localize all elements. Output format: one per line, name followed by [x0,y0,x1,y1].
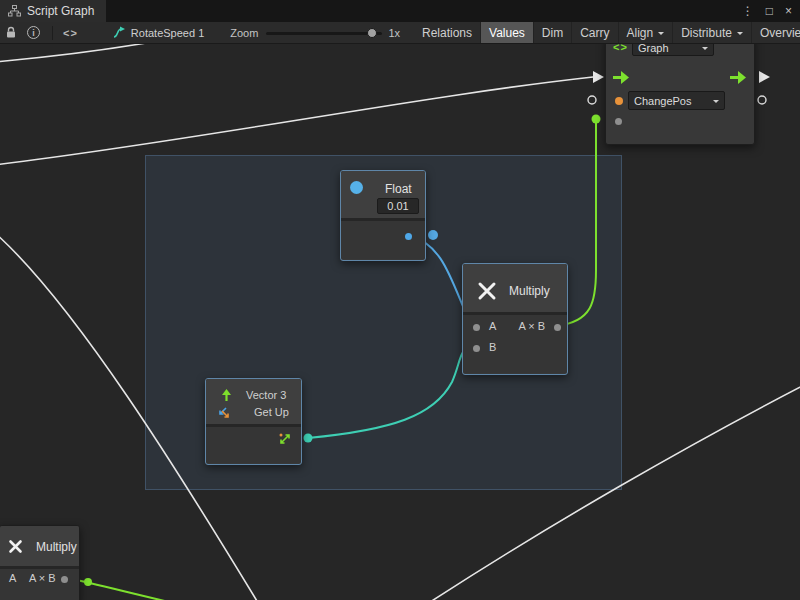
input-b-label: B [489,341,496,353]
toolbar-separator [52,26,53,40]
output-port-icon[interactable] [61,576,68,583]
zoom-slider[interactable] [266,26,382,40]
node-set-variable[interactable]: <> Graph ChangePos [605,44,755,145]
output-port-icon[interactable] [554,324,561,331]
zoom-value: 1x [388,27,400,39]
graph-breadcrumb-icon [112,26,126,39]
node-title: Multiply [36,540,77,554]
wire-white[interactable] [424,384,800,600]
breadcrumb[interactable]: RotateSpeed 1 [112,26,204,39]
node-title: Float [385,182,412,196]
kebab-menu-icon[interactable]: ⋮ [742,4,754,18]
vector-output-port-icon[interactable] [278,432,292,446]
zoom-slider-knob[interactable] [367,28,377,38]
carry-button[interactable]: Carry [571,22,617,43]
caret-down-icon [713,100,719,106]
relations-button[interactable]: Relations [414,22,480,43]
float-output-port-icon[interactable] [405,233,412,240]
wire-droplet [84,578,92,586]
flow-port-in-icon[interactable] [613,71,630,84]
wire-white[interactable] [0,44,152,62]
graph-canvas[interactable]: <> Graph ChangePos Float 0.01 [0,44,800,600]
toolbar-buttons: Relations Values Dim Carry Align Distrib… [414,22,800,43]
overview-button[interactable]: Overview [751,22,800,43]
node-title: Multiply [509,284,550,298]
maximize-icon[interactable]: □ [766,4,773,18]
dim-button[interactable]: Dim [533,22,571,43]
float-value-field[interactable]: 0.01 [377,198,419,214]
input-port-icon[interactable] [615,118,622,125]
input-b-port-icon[interactable] [473,345,480,352]
multiply-icon [8,539,23,554]
input-a-label: A [9,572,16,584]
tab-title: Script Graph [27,4,94,18]
empty-port-icon[interactable] [588,96,596,104]
variable-kind-dropdown[interactable]: Graph [632,44,714,56]
wire-white[interactable] [0,77,593,165]
output-label: A × B [518,320,545,332]
flow-port-out-icon[interactable] [730,71,747,84]
script-graph-icon: <> [613,44,628,53]
tab-script-graph[interactable]: Script Graph [0,0,106,22]
caret-down-icon [737,32,743,38]
input-a-port-icon[interactable] [473,324,480,331]
output-label: A × B [29,572,56,584]
close-icon[interactable]: × [785,4,792,18]
multiply-icon [477,281,497,301]
values-button[interactable]: Values [480,22,533,43]
float-type-icon [350,181,363,194]
align-button[interactable]: Align [618,22,673,43]
wire-getup-to-multiply[interactable] [308,347,472,438]
arrow-up-icon [220,389,233,402]
code-icon[interactable]: <> [63,27,78,39]
value-port-icon[interactable] [615,97,623,105]
node-title: Get Up [254,406,289,418]
graph-tab-icon [8,5,21,17]
flow-out-arrow-icon[interactable] [759,71,770,83]
node-float[interactable]: Float 0.01 [340,170,426,261]
wire-droplet [428,230,438,240]
script-graph-window: Script Graph ⋮ □ × i <> RotateSpeed 1 Zo… [0,0,800,600]
node-multiply[interactable]: Multiply A A × B B [462,263,568,375]
node-type-label: Vector 3 [246,389,286,401]
node-multiply-2[interactable]: Multiply A A × B [0,525,80,600]
wire-droplet [304,434,313,443]
breadcrumb-label: RotateSpeed 1 [131,27,204,39]
caret-down-icon [658,32,664,38]
info-icon[interactable]: i [27,26,40,39]
variable-name-dropdown[interactable]: ChangePos [628,91,725,110]
zoom-label: Zoom [230,27,258,39]
input-a-label: A [489,320,496,332]
node-vector3-get-up[interactable]: Vector 3 Get Up [205,378,302,465]
distribute-button[interactable]: Distribute [672,22,751,43]
zoom-slider-track [266,32,382,35]
graph-toolbar: i <> RotateSpeed 1 Zoom 1x Relations Val… [0,22,800,44]
flow-in-arrow-icon[interactable] [593,71,604,83]
lock-icon[interactable] [5,26,17,39]
caret-down-icon [702,47,708,53]
wire-droplet [592,115,601,124]
vector-arrows-icon [216,406,230,419]
empty-port-icon[interactable] [758,96,766,104]
title-bar: Script Graph ⋮ □ × [0,0,800,22]
